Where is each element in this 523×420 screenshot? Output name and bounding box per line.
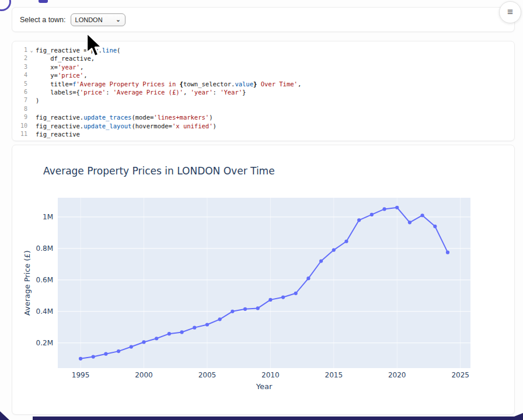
- data-point: [79, 357, 82, 360]
- code-line[interactable]: 7): [12, 96, 514, 104]
- chart-cell: Average Property Prices in LONDON Over T…: [12, 145, 515, 415]
- line-number: 10: [12, 122, 27, 130]
- data-point: [155, 337, 158, 340]
- data-point: [306, 276, 310, 280]
- svg-text:2025: 2025: [451, 371, 469, 379]
- line-number: 8: [12, 105, 27, 113]
- line-number: 7: [12, 96, 27, 104]
- data-point: [433, 225, 437, 228]
- code-text: fig_reactive = px.line(: [36, 46, 120, 54]
- svg-text:2000: 2000: [135, 371, 153, 379]
- town-dropdown-value: LONDON: [75, 16, 103, 23]
- property-price-chart[interactable]: Average Property Prices in LONDON Over T…: [12, 145, 514, 414]
- fold-gutter: [27, 130, 36, 138]
- chevron-down-icon: ⌄: [116, 17, 120, 23]
- svg-text:0.6M: 0.6M: [36, 276, 53, 284]
- data-point: [142, 340, 145, 344]
- data-point: [370, 213, 374, 216]
- controls-cell: Select a town: LONDON ⌄: [12, 7, 515, 32]
- logo-arc-fragment: [0, 0, 11, 11]
- data-point: [205, 323, 209, 326]
- code-text: labels={'price': 'Average Price (£)', 'y…: [36, 88, 246, 96]
- code-text: fig_reactive.update_traces(mode='lines+m…: [36, 113, 212, 121]
- fold-gutter: [27, 71, 36, 79]
- data-point: [130, 345, 133, 348]
- data-point: [218, 317, 221, 321]
- data-point: [408, 220, 412, 224]
- code-text: fig_reactive: [36, 130, 80, 138]
- fold-gutter: [27, 80, 36, 88]
- bottom-bar-fragment: [33, 416, 516, 420]
- fold-gutter: [27, 96, 36, 104]
- code-text: y='price',: [36, 71, 88, 79]
- fold-gutter: [27, 113, 36, 121]
- data-point: [168, 332, 171, 335]
- data-point: [256, 306, 260, 310]
- code-text: x='year',: [36, 63, 83, 71]
- fold-gutter: [27, 54, 36, 62]
- svg-text:0.4M: 0.4M: [36, 307, 53, 316]
- code-editor[interactable]: 1⌄fig_reactive = px.line(2 df_reactive,3…: [12, 46, 514, 138]
- svg-text:2015: 2015: [325, 371, 343, 379]
- line-number: 11: [12, 130, 27, 138]
- select-town-label: Select a town:: [20, 16, 66, 24]
- data-point: [357, 218, 361, 222]
- svg-text:2020: 2020: [388, 371, 406, 379]
- data-point: [294, 292, 298, 295]
- hamburger-icon: ≡: [507, 6, 513, 18]
- town-dropdown[interactable]: LONDON ⌄: [71, 13, 125, 26]
- data-point: [117, 349, 120, 353]
- x-axis-title: Year: [256, 382, 273, 391]
- fold-icon[interactable]: ⌄: [27, 46, 36, 54]
- fold-gutter: [27, 122, 36, 130]
- bottom-left-fragment: [0, 411, 9, 420]
- code-line[interactable]: 11fig_reactive: [12, 130, 514, 138]
- chart-title: Average Property Prices in LONDON Over T…: [43, 165, 275, 177]
- data-point: [319, 259, 323, 262]
- line-number: 9: [12, 113, 27, 121]
- data-point: [180, 330, 183, 334]
- svg-text:1M: 1M: [43, 213, 53, 221]
- line-number: 4: [12, 71, 27, 79]
- data-point: [382, 207, 386, 211]
- data-point: [344, 240, 348, 243]
- svg-text:2010: 2010: [262, 371, 280, 379]
- code-line[interactable]: 8: [12, 105, 514, 113]
- data-point: [332, 248, 336, 251]
- data-point: [231, 310, 234, 313]
- svg-text:0.2M: 0.2M: [36, 339, 53, 347]
- toolbar-fragment: [39, 0, 48, 3]
- fold-gutter: [27, 63, 36, 71]
- line-number: 1: [12, 46, 27, 54]
- line-number: 5: [12, 80, 27, 88]
- data-point: [104, 352, 107, 356]
- fold-gutter: [27, 88, 36, 96]
- data-point: [243, 307, 247, 311]
- line-number: 3: [12, 63, 27, 71]
- data-point: [446, 251, 449, 254]
- y-axis-title: Average Price (£): [23, 250, 32, 316]
- code-text: fig_reactive.update_layout(hovermode='x …: [36, 122, 217, 130]
- code-line[interactable]: 3 x='year',: [12, 63, 514, 71]
- code-line[interactable]: 10fig_reactive.update_layout(hovermode='…: [12, 122, 514, 130]
- code-line[interactable]: 5 title=f'Average Property Prices in {to…: [12, 80, 514, 88]
- code-line[interactable]: 9fig_reactive.update_traces(mode='lines+…: [12, 113, 514, 121]
- svg-text:1995: 1995: [72, 371, 90, 379]
- code-line[interactable]: 4 y='price',: [12, 71, 514, 79]
- data-point: [92, 355, 95, 358]
- line-number: 6: [12, 88, 27, 96]
- menu-button[interactable]: ≡: [499, 1, 521, 23]
- data-point: [395, 206, 399, 209]
- svg-text:2005: 2005: [198, 371, 217, 379]
- line-number: 2: [12, 54, 27, 62]
- data-point: [269, 298, 272, 302]
- fold-gutter: [27, 105, 36, 113]
- code-line[interactable]: 6 labels={'price': 'Average Price (£)', …: [12, 88, 514, 96]
- data-point: [281, 295, 285, 299]
- svg-text:0.8M: 0.8M: [36, 244, 53, 253]
- code-text: ): [36, 96, 39, 104]
- code-text: title=f'Average Property Prices in {town…: [36, 80, 301, 88]
- data-point: [420, 214, 424, 217]
- data-point: [193, 326, 196, 330]
- mouse-cursor: [85, 32, 105, 59]
